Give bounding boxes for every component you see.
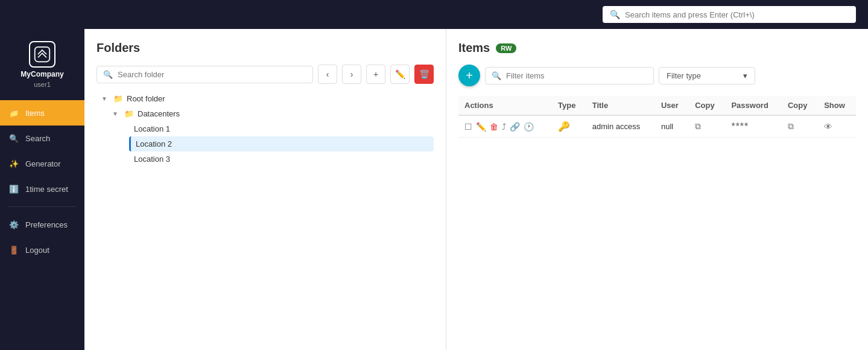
folders-panel: Folders 🔍 ‹ › + ✏️ 🗑️ ▼ 📁 Root folder bbox=[84, 29, 446, 350]
search-folder-icon: 🔍 bbox=[103, 70, 113, 79]
logo-svg bbox=[34, 46, 51, 63]
move-item-icon[interactable]: ⤴ bbox=[502, 122, 506, 132]
search-icon: 🔍 bbox=[610, 10, 620, 19]
filter-type-dropdown[interactable]: Filter type ▾ bbox=[659, 67, 755, 84]
col-title: Title bbox=[586, 96, 655, 115]
sidebar-item-search-label: Search bbox=[25, 134, 50, 143]
logo-area: MyCompany user1 bbox=[0, 35, 84, 100]
root-chevron-icon: ▼ bbox=[101, 95, 110, 102]
add-item-button[interactable]: + bbox=[458, 65, 480, 86]
sidebar-item-preferences[interactable]: ⚙️ Preferences bbox=[0, 212, 84, 237]
username: user1 bbox=[34, 81, 51, 88]
add-folder-button[interactable]: + bbox=[366, 65, 385, 84]
datacenters-chevron-icon: ▼ bbox=[112, 110, 121, 117]
tree-item-location2[interactable]: Location 2 bbox=[129, 136, 434, 151]
row-user: null bbox=[655, 115, 689, 138]
folder-tree: ▼ 📁 Root folder ▼ 📁 Datacenters Location… bbox=[97, 91, 434, 167]
global-search-container: 🔍 bbox=[603, 6, 856, 23]
search-folder-input[interactable] bbox=[118, 70, 306, 79]
location1-label: Location 1 bbox=[134, 124, 170, 133]
tree-children: ▼ 📁 Datacenters Location 1 Location 2 Lo… bbox=[97, 106, 434, 167]
folders-title: Folders bbox=[97, 41, 434, 55]
main-layout: MyCompany user1 📁 Items 🔍 Search ✨ Gener… bbox=[0, 29, 868, 350]
tree-item-location1[interactable]: Location 1 bbox=[129, 121, 434, 136]
sidebar-item-generator-label: Generator bbox=[25, 159, 61, 168]
sidebar-item-logout-label: Logout bbox=[25, 246, 49, 255]
col-copy: Copy bbox=[689, 96, 725, 115]
sidebar-nav: 📁 Items 🔍 Search ✨ Generator ℹ️ 1time se… bbox=[0, 100, 84, 350]
search-folder-container: 🔍 bbox=[97, 66, 313, 83]
items-table: Actions Type Title User Copy Password Co… bbox=[458, 96, 856, 138]
folders-toolbar: 🔍 ‹ › + ✏️ 🗑️ bbox=[97, 65, 434, 84]
filter-items-input[interactable] bbox=[506, 71, 647, 80]
folder-forward-button[interactable]: › bbox=[342, 65, 361, 84]
preferences-icon: ⚙️ bbox=[8, 219, 19, 230]
tree-grandchildren: Location 1 Location 2 Location 3 bbox=[107, 121, 434, 167]
copy-user-icon[interactable]: ⧉ bbox=[695, 121, 701, 131]
content-area: Folders 🔍 ‹ › + ✏️ 🗑️ ▼ 📁 Root folder bbox=[84, 29, 868, 350]
sidebar-item-logout[interactable]: 🚪 Logout bbox=[0, 237, 84, 262]
logout-icon: 🚪 bbox=[8, 244, 19, 255]
root-folder-label: Root folder bbox=[127, 94, 165, 103]
row-show-password: 👁 bbox=[818, 115, 856, 138]
sidebar: MyCompany user1 📁 Items 🔍 Search ✨ Gener… bbox=[0, 29, 84, 350]
table-header: Actions Type Title User Copy Password Co… bbox=[458, 96, 856, 115]
sidebar-item-1time-label: 1time secret bbox=[25, 185, 68, 194]
show-password-icon[interactable]: 👁 bbox=[824, 122, 832, 132]
search-icon: 🔍 bbox=[8, 133, 19, 144]
sidebar-item-1time-secret[interactable]: ℹ️ 1time secret bbox=[0, 176, 84, 202]
col-copy2: Copy bbox=[782, 96, 818, 115]
info-icon: ℹ️ bbox=[8, 183, 19, 194]
link-item-icon[interactable]: 🔗 bbox=[510, 122, 520, 132]
logo-icon-wrapper bbox=[29, 41, 55, 68]
sidebar-item-items-label: Items bbox=[25, 109, 45, 118]
col-show: Show bbox=[818, 96, 856, 115]
folder-icon: 📁 bbox=[113, 94, 123, 103]
history-item-icon[interactable]: 🕐 bbox=[524, 122, 534, 132]
filter-type-label: Filter type bbox=[667, 71, 701, 80]
sidebar-item-items[interactable]: 📁 Items bbox=[0, 100, 84, 126]
sidebar-divider bbox=[8, 206, 76, 207]
sidebar-item-generator[interactable]: ✨ Generator bbox=[0, 151, 84, 176]
password-value: **** bbox=[731, 121, 749, 132]
sidebar-item-preferences-label: Preferences bbox=[25, 220, 68, 229]
topbar: 🔍 bbox=[0, 0, 868, 29]
col-actions: Actions bbox=[458, 96, 552, 115]
col-type: Type bbox=[552, 96, 586, 115]
folder-back-button[interactable]: ‹ bbox=[318, 65, 337, 84]
delete-item-icon[interactable]: 🗑 bbox=[490, 122, 498, 132]
rw-badge: RW bbox=[496, 43, 516, 53]
col-password: Password bbox=[725, 96, 781, 115]
tree-item-location3[interactable]: Location 3 bbox=[129, 151, 434, 167]
filter-items-container: 🔍 bbox=[485, 67, 654, 84]
edit-folder-button[interactable]: ✏️ bbox=[390, 65, 410, 84]
datacenters-label: Datacenters bbox=[138, 109, 180, 118]
global-search-input[interactable] bbox=[625, 10, 849, 19]
location3-label: Location 3 bbox=[134, 154, 170, 164]
action-icons-group: ☐ ✏️ 🗑 ⤴ 🔗 🕐 bbox=[464, 122, 546, 132]
sidebar-item-search[interactable]: 🔍 Search bbox=[0, 126, 84, 151]
table-body: ☐ ✏️ 🗑 ⤴ 🔗 🕐 🔑 admin access bbox=[458, 115, 856, 138]
tree-item-datacenters[interactable]: ▼ 📁 Datacenters bbox=[107, 106, 434, 121]
company-name: MyCompany bbox=[21, 70, 63, 78]
edit-item-icon[interactable]: ✏️ bbox=[476, 122, 486, 132]
table-row: ☐ ✏️ 🗑 ⤴ 🔗 🕐 🔑 admin access bbox=[458, 115, 856, 138]
chevron-down-icon: ▾ bbox=[743, 71, 747, 80]
copy-password-icon[interactable]: ⧉ bbox=[788, 121, 794, 131]
row-copy-password: ⧉ bbox=[782, 115, 818, 138]
row-title: admin access bbox=[586, 115, 655, 138]
filter-items-icon: 🔍 bbox=[492, 71, 501, 80]
tree-root[interactable]: ▼ 📁 Root folder bbox=[97, 91, 434, 106]
items-title: Items bbox=[458, 41, 490, 55]
items-toolbar: + 🔍 Filter type ▾ bbox=[458, 65, 856, 86]
col-user: User bbox=[655, 96, 689, 115]
view-item-icon[interactable]: ☐ bbox=[464, 122, 472, 132]
row-copy-user: ⧉ bbox=[689, 115, 725, 138]
items-header: Items RW bbox=[458, 41, 856, 55]
delete-folder-button[interactable]: 🗑️ bbox=[414, 65, 434, 84]
row-password: **** bbox=[725, 115, 781, 138]
folder-icon: 📁 bbox=[124, 109, 134, 118]
svg-rect-0 bbox=[35, 47, 50, 62]
items-panel: Items RW + 🔍 Filter type ▾ Actions bbox=[446, 29, 868, 350]
row-actions: ☐ ✏️ 🗑 ⤴ 🔗 🕐 bbox=[458, 115, 552, 138]
